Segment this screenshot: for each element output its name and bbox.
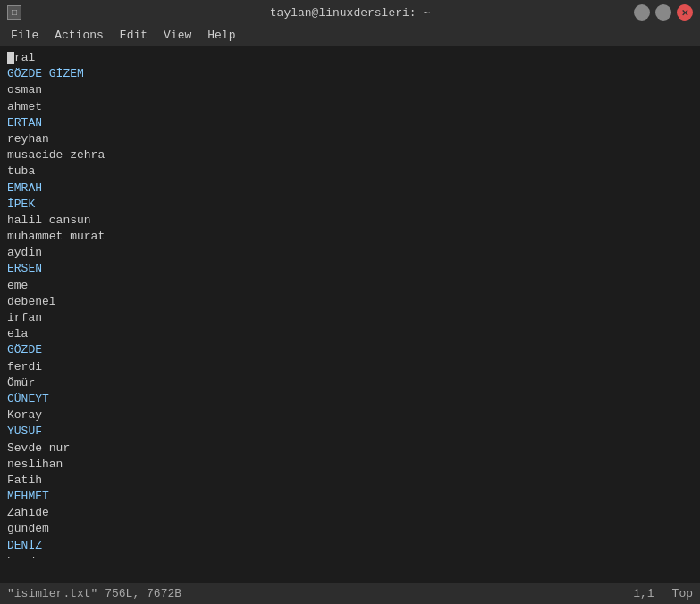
list-item: GÖZDE — [7, 342, 693, 358]
list-item: DENİZ — [7, 538, 693, 554]
window-icon-label: □ — [12, 8, 17, 18]
list-item: ferdi — [7, 359, 693, 375]
menu-actions[interactable]: Actions — [47, 27, 111, 44]
terminal-window: □ taylan@linuxdersleri: ~ ✕ File Actions… — [0, 0, 700, 604]
cursor-position: 1,1 — [633, 587, 654, 600]
list-item: Fatih — [7, 473, 693, 489]
status-file-info: "isimler.txt" 756L, 7672B — [7, 587, 181, 600]
editor-area[interactable]: ralGÖZDE GİZEMosmanahmetERTANreyhanmusac… — [0, 46, 700, 583]
menu-help[interactable]: Help — [200, 27, 242, 44]
list-item: Ömür — [7, 375, 693, 391]
list-item: GÖZDE GİZEM — [7, 66, 693, 82]
list-item: ahmet — [7, 99, 693, 115]
list-item: YUSUF — [7, 424, 693, 440]
content-lines: ralGÖZDE GİZEMosmanahmetERTANreyhanmusac… — [7, 50, 693, 558]
maximize-button[interactable] — [655, 4, 671, 21]
list-item: tuba — [7, 164, 693, 180]
status-bar: "isimler.txt" 756L, 7672B 1,1 Top — [0, 583, 700, 604]
menu-edit[interactable]: Edit — [113, 27, 155, 44]
list-item: MEHMET — [7, 489, 693, 505]
list-item: CÜNEYT — [7, 391, 693, 407]
list-item: debenel — [7, 294, 693, 310]
list-item: eme — [7, 278, 693, 294]
list-item: gündem — [7, 521, 693, 537]
list-item: musacide zehra — [7, 147, 693, 164]
list-item: Koray — [7, 407, 693, 424]
menu-file[interactable]: File — [4, 27, 46, 44]
menu-view[interactable]: View — [156, 27, 198, 44]
list-item: aydin — [7, 245, 693, 261]
list-item: ERSEN — [7, 261, 693, 277]
minimize-button[interactable] — [634, 4, 650, 21]
list-item: reyhan — [7, 131, 693, 147]
file-info-text: "isimler.txt" 756L, 7672B — [7, 587, 181, 600]
window-controls: ✕ — [634, 4, 693, 21]
list-item: ral — [7, 50, 693, 66]
list-item: irfan — [7, 310, 693, 326]
window-icon: □ — [7, 5, 21, 20]
window-title: taylan@linuxdersleri: ~ — [270, 6, 430, 20]
list-item: EMRAH — [7, 180, 693, 197]
list-item: Sevde nur — [7, 440, 693, 457]
list-item: halil cansun — [7, 213, 693, 229]
list-item: muhammet murat — [7, 229, 693, 245]
menu-bar: File Actions Edit View Help — [0, 25, 700, 46]
scroll-position: Top — [672, 587, 693, 600]
status-right: 1,1 Top — [633, 587, 693, 600]
list-item: ela — [7, 326, 693, 342]
list-item: osman — [7, 82, 693, 98]
close-button[interactable]: ✕ — [677, 4, 693, 21]
list-item: neslihan — [7, 457, 693, 473]
list-item: hande — [7, 554, 693, 558]
list-item: İPEK — [7, 197, 693, 213]
list-item: ERTAN — [7, 115, 693, 131]
list-item: Zahide — [7, 505, 693, 521]
title-bar: □ taylan@linuxdersleri: ~ ✕ — [0, 0, 700, 25]
